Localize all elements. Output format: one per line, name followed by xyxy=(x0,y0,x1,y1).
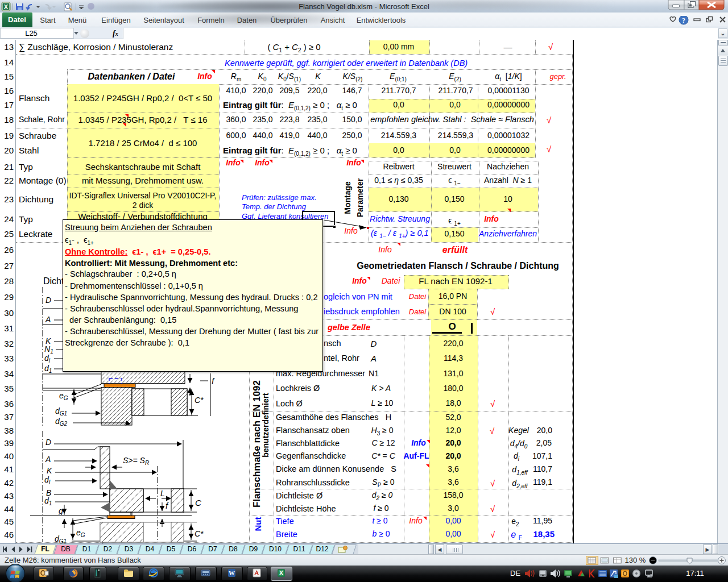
svg-text:?: ? xyxy=(682,16,685,24)
svg-text:X: X xyxy=(279,569,284,576)
svg-text:W: W xyxy=(229,569,235,576)
svg-text:X: X xyxy=(4,3,9,10)
